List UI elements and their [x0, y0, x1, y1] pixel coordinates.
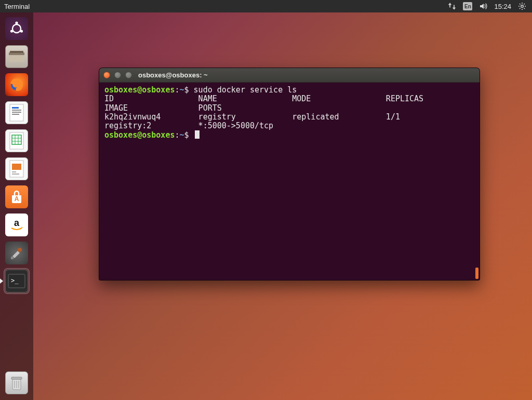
svg-point-0	[521, 5, 524, 8]
terminal-output-header: ID NAME MODE REPLICAS IMAGE PORTS	[104, 94, 480, 112]
launcher-item-terminal[interactable]: >_	[4, 268, 30, 294]
svg-rect-30	[12, 171, 16, 172]
terminal-cursor	[195, 130, 200, 139]
launcher-item-settings[interactable]	[4, 240, 30, 266]
clock[interactable]: 15:24	[494, 3, 511, 10]
ubuntu-software-icon: A	[5, 185, 28, 208]
svg-rect-39	[11, 377, 22, 379]
svg-rect-35	[11, 257, 14, 259]
terminal-window[interactable]: osboxes@osboxes: ~ osboxes@osboxes:~$ su…	[99, 68, 480, 281]
launcher: A a >_	[0, 12, 33, 400]
top-panel: Terminal En 15:24	[0, 0, 532, 12]
terminal-output-row: k2hq2ivnwuq4 registry replicated 1/1 reg…	[104, 112, 480, 130]
svg-line-5	[520, 4, 521, 5]
network-icon[interactable]	[447, 2, 457, 11]
svg-line-6	[524, 8, 525, 9]
libreoffice-impress-icon	[5, 157, 28, 180]
settings-icon	[5, 242, 28, 264]
svg-text:>_: >_	[11, 277, 19, 284]
svg-rect-20	[12, 112, 21, 113]
launcher-item-software[interactable]: A	[4, 184, 30, 210]
prompt-sep: :	[175, 85, 179, 95]
keyboard-indicator[interactable]: En	[463, 2, 472, 10]
svg-rect-18	[12, 107, 19, 109]
svg-rect-31	[12, 174, 19, 175]
system-tray: En 15:24	[447, 2, 532, 11]
launcher-item-amazon[interactable]: a	[4, 212, 30, 238]
svg-text:a: a	[14, 218, 20, 228]
svg-point-9	[12, 24, 21, 33]
prompt-userhost: osboxes@osboxes	[104, 130, 175, 140]
window-minimize-button[interactable]	[114, 72, 121, 78]
svg-text:A: A	[15, 195, 19, 203]
svg-line-8	[524, 4, 525, 5]
prompt-sigil: $	[184, 130, 189, 140]
svg-rect-14	[9, 55, 24, 62]
svg-line-7	[520, 8, 521, 9]
libreoffice-calc-icon	[5, 129, 28, 152]
firefox-icon	[5, 73, 28, 96]
launcher-item-trash[interactable]	[4, 370, 30, 396]
svg-rect-15	[10, 51, 23, 53]
prompt-path: ~	[180, 85, 184, 95]
terminal-body[interactable]: osboxes@osboxes:~$ sudo docker service l…	[99, 83, 480, 143]
prompt-sep: :	[175, 130, 179, 140]
svg-point-10	[15, 21, 18, 24]
files-icon	[5, 45, 28, 68]
trash-icon	[5, 371, 28, 394]
terminal-command: sudo docker service ls	[194, 85, 297, 95]
launcher-item-firefox[interactable]	[4, 72, 30, 98]
terminal-icon: >_	[5, 270, 28, 292]
prompt-userhost: osboxes@osboxes	[104, 85, 175, 95]
amazon-icon: a	[5, 214, 28, 236]
libreoffice-writer-icon	[5, 101, 28, 124]
launcher-item-impress[interactable]	[4, 156, 30, 182]
svg-point-34	[18, 248, 22, 252]
prompt-path: ~	[180, 130, 184, 140]
prompt-sigil: $	[184, 85, 189, 95]
svg-point-11	[10, 30, 13, 32]
launcher-item-files[interactable]	[4, 44, 30, 70]
terminal-titlebar[interactable]: osboxes@osboxes: ~	[99, 68, 480, 83]
svg-rect-21	[12, 114, 19, 115]
terminal-title: osboxes@osboxes: ~	[138, 71, 208, 79]
svg-point-12	[20, 30, 23, 32]
window-close-button[interactable]	[103, 72, 110, 78]
svg-rect-29	[12, 164, 21, 170]
gear-icon[interactable]	[517, 2, 527, 11]
window-maximize-button[interactable]	[125, 72, 132, 78]
svg-rect-19	[12, 110, 21, 111]
launcher-item-calc[interactable]	[4, 128, 30, 154]
active-app-title: Terminal	[4, 3, 30, 10]
launcher-item-dash[interactable]	[4, 16, 30, 42]
terminal-scroll-indicator	[475, 268, 478, 279]
ubuntu-logo-icon	[5, 17, 28, 40]
sound-icon[interactable]	[478, 2, 488, 11]
launcher-item-writer[interactable]	[4, 100, 30, 126]
